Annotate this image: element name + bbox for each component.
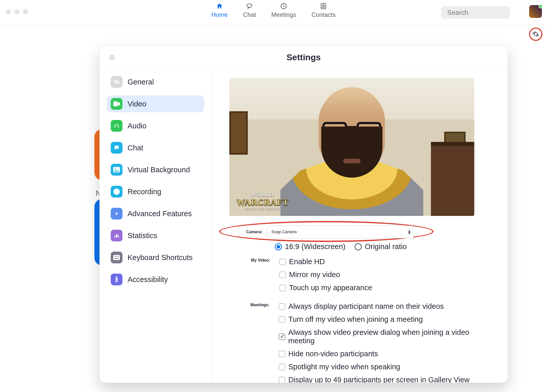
sidebar-item-label: Accessibility bbox=[128, 275, 168, 284]
tab-meetings-label: Meetings bbox=[271, 11, 296, 18]
svg-point-3 bbox=[323, 5, 325, 6]
svg-point-7 bbox=[115, 168, 116, 169]
accessibility-icon bbox=[111, 274, 122, 285]
traffic-light-close[interactable] bbox=[6, 9, 11, 14]
video-icon bbox=[111, 98, 122, 110]
svg-rect-11 bbox=[116, 234, 117, 238]
headphones-icon bbox=[111, 120, 122, 132]
sidebar-item-audio[interactable]: Audio bbox=[107, 117, 204, 134]
display-49-checkbox[interactable]: Display up to 49 participants per screen… bbox=[279, 376, 494, 383]
sidebar-item-keyboard[interactable]: Keyboard Shortcuts bbox=[107, 249, 204, 266]
sidebar-item-label: Recording bbox=[128, 188, 161, 196]
sidebar-item-video[interactable]: Video bbox=[107, 95, 204, 112]
svg-rect-0 bbox=[247, 4, 252, 7]
sidebar-item-virtual-background[interactable]: Virtual Background bbox=[107, 161, 204, 178]
myvideo-label: My Video: bbox=[229, 258, 270, 292]
check-label: Enable HD bbox=[289, 258, 325, 266]
check-label: Hide non-video participants bbox=[288, 350, 378, 358]
home-icon bbox=[212, 2, 228, 10]
sidebar-item-label: General bbox=[128, 78, 154, 86]
check-label: Touch up my appearance bbox=[289, 284, 372, 292]
tab-contacts-label: Contacts bbox=[312, 11, 336, 18]
radio-label: Original ratio bbox=[365, 242, 407, 251]
chat-icon bbox=[243, 2, 256, 10]
top-nav: Home Chat Meetings Contacts bbox=[212, 2, 336, 18]
ratio-original-radio[interactable]: Original ratio bbox=[355, 242, 407, 251]
image-icon bbox=[111, 164, 122, 176]
clock-icon bbox=[271, 2, 296, 10]
svg-rect-17 bbox=[118, 256, 119, 257]
hide-non-video-checkbox[interactable]: Hide non-video participants bbox=[279, 350, 494, 358]
sidebar-item-label: Chat bbox=[128, 144, 143, 152]
camera-select[interactable]: Snap Camera ▴▾ bbox=[267, 226, 414, 238]
check-label: Spotlight my video when speaking bbox=[288, 363, 400, 371]
sidebar-item-label: Audio bbox=[128, 122, 146, 130]
svg-point-19 bbox=[116, 276, 117, 278]
contact-icon bbox=[312, 2, 336, 10]
video-preview-dialog-checkbox[interactable]: Always show video preview dialog when jo… bbox=[279, 328, 494, 345]
meetings-label: Meetings: bbox=[229, 303, 269, 383]
sidebar-item-advanced[interactable]: Advanced Features bbox=[107, 205, 204, 222]
traffic-light-min[interactable] bbox=[14, 9, 19, 14]
camera-label: Camera: bbox=[229, 230, 263, 234]
sidebar-item-label: Video bbox=[128, 100, 146, 108]
display-names-checkbox[interactable]: Always display participant name on their… bbox=[279, 302, 494, 311]
svg-point-9 bbox=[116, 191, 118, 193]
settings-content: WORLD WARCRAFT BATTLE FOR AZEROTH Camera… bbox=[212, 69, 508, 383]
sidebar-item-accessibility[interactable]: Accessibility bbox=[107, 271, 204, 288]
ratio-wide-radio[interactable]: 16:9 (Widescreen) bbox=[275, 242, 345, 251]
check-label: Turn off my video when joining a meeting bbox=[288, 315, 423, 324]
sidebar-item-recording[interactable]: Recording bbox=[107, 183, 204, 200]
search-box[interactable] bbox=[441, 6, 510, 19]
settings-sidebar: General Video Audio Chat Virtual Backgro… bbox=[100, 69, 212, 383]
tab-home[interactable]: Home bbox=[212, 2, 228, 18]
tab-meetings[interactable]: Meetings bbox=[271, 2, 296, 18]
keyboard-icon bbox=[111, 252, 122, 263]
record-icon bbox=[111, 186, 122, 198]
tab-home-label: Home bbox=[212, 11, 228, 18]
svg-rect-5 bbox=[113, 101, 118, 106]
chat-icon bbox=[111, 142, 122, 154]
svg-rect-18 bbox=[115, 258, 118, 259]
preview-overlay-logo: WORLD WARCRAFT BATTLE FOR AZEROTH bbox=[237, 192, 289, 210]
plus-icon bbox=[111, 208, 122, 219]
mirror-video-checkbox[interactable]: Mirror my video bbox=[279, 271, 372, 279]
check-label: Display up to 49 participants per screen… bbox=[288, 376, 469, 383]
spotlight-checkbox[interactable]: Spotlight my video when speaking bbox=[279, 363, 494, 371]
touch-up-checkbox[interactable]: Touch up my appearance bbox=[279, 284, 372, 292]
tab-chat[interactable]: Chat bbox=[243, 2, 256, 18]
sidebar-item-chat[interactable]: Chat bbox=[107, 139, 204, 156]
app-header: Home Chat Meetings Contacts bbox=[0, 0, 547, 24]
search-input[interactable] bbox=[447, 9, 530, 17]
gear-icon[interactable] bbox=[532, 31, 539, 38]
video-preview: WORLD WARCRAFT BATTLE FOR AZEROTH bbox=[229, 78, 474, 216]
svg-rect-16 bbox=[117, 256, 118, 257]
turn-off-video-checkbox[interactable]: Turn off my video when joining a meeting bbox=[279, 315, 494, 324]
traffic-light-max[interactable] bbox=[23, 9, 28, 14]
sidebar-item-general[interactable]: General bbox=[107, 74, 204, 90]
camera-value: Snap Camera bbox=[271, 230, 297, 234]
avatar[interactable] bbox=[529, 5, 542, 18]
settings-close-dot[interactable] bbox=[109, 55, 115, 60]
settings-title: Settings bbox=[287, 52, 321, 62]
tab-chat-label: Chat bbox=[243, 11, 256, 18]
tab-contacts[interactable]: Contacts bbox=[312, 2, 336, 18]
svg-rect-14 bbox=[114, 256, 115, 257]
svg-rect-12 bbox=[118, 235, 119, 238]
radio-label: 16:9 (Widescreen) bbox=[285, 242, 345, 251]
svg-rect-15 bbox=[116, 256, 116, 257]
sidebar-item-label: Advanced Features bbox=[128, 210, 192, 218]
check-label: Mirror my video bbox=[289, 271, 340, 279]
enable-hd-checkbox[interactable]: Enable HD bbox=[279, 258, 372, 266]
chevron-updown-icon: ▴▾ bbox=[408, 229, 411, 235]
svg-rect-13 bbox=[113, 255, 120, 260]
gear-icon bbox=[111, 76, 122, 88]
svg-rect-10 bbox=[115, 236, 116, 238]
check-label: Always display participant name on their… bbox=[288, 302, 444, 311]
sidebar-item-label: Virtual Background bbox=[128, 166, 190, 174]
settings-gear-highlight bbox=[529, 28, 542, 41]
sidebar-item-label: Keyboard Shortcuts bbox=[128, 253, 193, 262]
chart-icon bbox=[111, 230, 122, 241]
sidebar-item-statistics[interactable]: Statistics bbox=[107, 227, 204, 244]
check-label: Always show video preview dialog when jo… bbox=[288, 328, 494, 345]
